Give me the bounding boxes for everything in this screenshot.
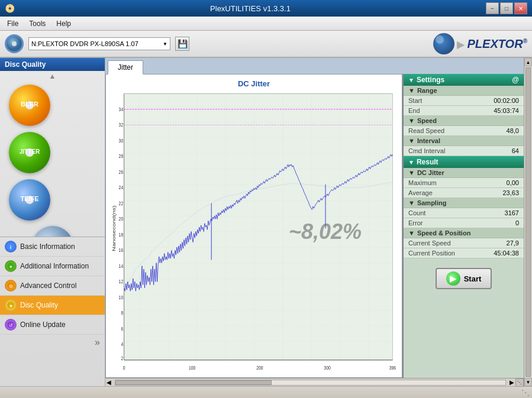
drive-name: N:PLEXTOR DVDR PX-L890SA 1.07	[31, 40, 138, 47]
end-value: 45:03:74	[494, 107, 519, 114]
resize-grip-icon: ⋱	[521, 388, 530, 397]
current-position-label: Current Position	[408, 250, 456, 257]
collapse-speed-icon[interactable]: ▼	[408, 117, 415, 124]
fourth-disc-item[interactable]	[0, 224, 105, 237]
average-row: Average 23,63	[404, 188, 524, 198]
average-label: Average	[408, 189, 456, 196]
save-button[interactable]: 💾	[175, 37, 189, 51]
menu-file[interactable]: File	[2, 18, 23, 29]
dc-jitter-label: DC Jitter	[417, 169, 444, 176]
maximum-label: Maximum	[408, 179, 456, 186]
sidebar-header: Disc Quality	[0, 58, 105, 71]
speed-position-label: Speed & Position	[417, 229, 470, 237]
svg-text:30: 30	[119, 138, 124, 144]
range-label: Range	[417, 87, 437, 94]
sidebar-item-online-update[interactable]: ↺ Online Update	[0, 315, 105, 335]
close-button[interactable]: ✕	[514, 2, 527, 14]
start-button-area: ▶ Start	[404, 263, 524, 294]
basic-info-label: Basic Information	[20, 242, 75, 251]
advanced-control-icon: ⚙	[5, 280, 17, 292]
app-title: PlexUTILITIES v1.3.3.1	[15, 4, 486, 13]
drive-combo[interactable]: N:PLEXTOR DVDR PX-L890SA 1.07 ▼	[28, 37, 170, 50]
bler-disc-item[interactable]: BLER	[0, 82, 59, 129]
interval-label: Interval	[417, 137, 440, 144]
svg-text:20: 20	[119, 216, 124, 222]
start-label: Start	[464, 274, 482, 283]
svg-text:24: 24	[119, 185, 124, 190]
settings-collapse-icon[interactable]: ▼	[408, 77, 414, 83]
status-bar: ⋱	[0, 386, 532, 398]
end-label: End	[408, 107, 456, 114]
read-speed-value: 48,0	[507, 127, 519, 134]
tab-jitter[interactable]: Jitter	[108, 60, 143, 75]
title-bar: 📀 PlexUTILITIES v1.3.3.1 − □ ✕	[0, 0, 532, 17]
sidebar-item-additional[interactable]: ✦ Additional Information	[0, 257, 105, 276]
collapse-speedpos-icon[interactable]: ▼	[408, 229, 415, 237]
disc-icons-area: ▲ BLER JITTER TE/FE	[0, 71, 105, 237]
scroll-up-vert-button[interactable]: ▲	[524, 58, 532, 66]
sampling-section: ▼ Sampling	[404, 198, 524, 208]
basic-info-icon: i	[5, 241, 17, 253]
scroll-up-button[interactable]: ▲	[0, 71, 105, 82]
cmd-interval-value: 64	[512, 147, 519, 154]
result-collapse-icon[interactable]: ▼	[408, 159, 414, 166]
tefe-disc-item[interactable]: TE/FE	[0, 176, 59, 224]
scroll-down-vert-button[interactable]: ▼	[524, 378, 532, 386]
right-panel: ▼ Settings @ ▼ Range Start 00:02:00 En	[402, 74, 524, 378]
minimize-button[interactable]: −	[486, 2, 499, 14]
svg-text:Megabyte(MB): Megabyte(MB)	[244, 372, 273, 373]
online-update-label: Online Update	[20, 321, 66, 329]
svg-text:12: 12	[119, 279, 124, 284]
end-row: End 45:03:74	[404, 106, 524, 116]
sidebar: Disc Quality ▲ BLER JITTER TE/FE	[0, 58, 105, 386]
svg-text:32: 32	[119, 122, 124, 128]
current-speed-row: Current Speed 27,9	[404, 238, 524, 248]
sampling-label: Sampling	[417, 199, 447, 206]
sidebar-item-basic[interactable]: i Basic Information	[0, 237, 105, 257]
current-position-row: Current Position 45:04:38	[404, 248, 524, 258]
collapse-sampling-icon[interactable]: ▼	[408, 199, 415, 206]
error-label: Error	[408, 219, 456, 226]
scroll-thumb[interactable]	[115, 380, 272, 385]
svg-text:200: 200	[256, 365, 263, 371]
svg-text:22: 22	[119, 200, 124, 206]
scroll-thumb-vert[interactable]	[525, 67, 531, 377]
settings-header: ▼ Settings @	[404, 74, 524, 86]
expand-button[interactable]: »	[0, 335, 105, 350]
menu-help[interactable]: Help	[51, 18, 76, 29]
svg-text:8: 8	[121, 310, 123, 316]
maximum-value: 0,00	[507, 179, 519, 186]
vertical-scrollbar[interactable]: ▲ ▼	[524, 58, 532, 386]
svg-text:★: ★	[9, 303, 13, 309]
speed-position-section: ▼ Speed & Position	[404, 228, 524, 238]
scroll-left-button[interactable]: ◀	[105, 379, 112, 386]
read-speed-label: Read Speed	[408, 127, 456, 134]
plextor-brand: ▶ PLEXTOR®	[457, 37, 527, 51]
sidebar-item-advanced[interactable]: ⚙ Advanced Control	[0, 276, 105, 296]
collapse-interval-icon[interactable]: ▼	[408, 137, 415, 144]
count-value: 3167	[505, 209, 519, 216]
svg-text:34: 34	[119, 106, 124, 112]
collapse-range-icon[interactable]: ▼	[408, 87, 415, 94]
svg-text:⚙: ⚙	[9, 284, 13, 289]
scroll-right-button[interactable]: ▶	[508, 379, 515, 386]
collapse-dcjitter-icon[interactable]: ▼	[408, 169, 415, 176]
menu-tools[interactable]: Tools	[24, 18, 50, 29]
main-layout: Disc Quality ▲ BLER JITTER TE/FE	[0, 58, 532, 386]
chart-plot-area: 34 32 30 28 26 24 22 20 18 16 14 12	[111, 90, 397, 373]
speed-section: ▼ Speed	[404, 116, 524, 126]
tab-bar: Jitter	[105, 58, 524, 74]
horizontal-scrollbar[interactable]: ◀ ▶ ⋱	[105, 378, 524, 386]
start-button[interactable]: ▶ Start	[436, 268, 492, 289]
disc-quality-label: Disc Quality	[20, 301, 58, 309]
maximize-button[interactable]: □	[500, 2, 513, 14]
chart-container: DC Jitter	[105, 74, 402, 378]
current-position-value: 45:04:38	[494, 250, 519, 257]
menu-bar: File Tools Help	[0, 17, 532, 31]
error-row: Error 0	[404, 218, 524, 228]
error-value: 0	[515, 219, 519, 226]
jitter-disc-item[interactable]: JITTER	[0, 129, 59, 176]
svg-text:10: 10	[119, 295, 124, 300]
sidebar-item-disc-quality[interactable]: ★ Disc Quality	[0, 296, 105, 315]
window-controls: − □ ✕	[486, 2, 527, 14]
